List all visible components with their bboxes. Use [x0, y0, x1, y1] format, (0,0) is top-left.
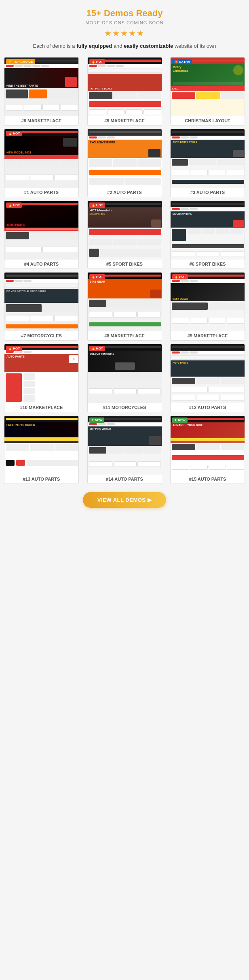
demo-label-11-motorcycles: #11 MOTORCYCLES [88, 403, 162, 412]
page-wrapper: 15+ Demos Ready MORE DESIGNS COMING SOON… [0, 0, 249, 520]
demo-item-5-sport-bikes[interactable]: 🔥 HOT HOT Mountain MOUNTAIN BIKE [87, 200, 162, 269]
demo-item-8-marketplace-1[interactable]: ⚡ TOP CHOICE FIND THE BEST PARTS [4, 57, 79, 126]
demo-item-15-auto-parts[interactable]: ✦ NEW ADVANCE YOUR RIDE [170, 415, 245, 484]
demo-item-6-sport-bikes[interactable]: MOUNTAIN BIKE [170, 200, 245, 269]
demo-item-9-marketplace-2[interactable]: 🔥 HOT BEST DEALS [170, 272, 245, 341]
demo-label-13-auto-parts: #13 AUTO PARTS [4, 475, 78, 484]
demo-label-15-auto-parts: #15 AUTO PARTS [171, 475, 245, 484]
demo-label-4-auto-parts: #4 AUTO PARTS [4, 260, 78, 268]
badge-new-17: ✦ NEW [89, 418, 105, 423]
header-subtitle: MORE DESIGNS COMING SOON [4, 20, 245, 25]
demo-item-11-motorcycles[interactable]: 🔥 HOT COLOUR YOUR BIKE [87, 344, 162, 412]
badge-hot-2: 🔥 HOT [89, 59, 105, 64]
badge-hot-11: 🔥 HOT [89, 274, 105, 279]
demo-item-1-auto-parts[interactable]: 🔥 HOT NEW MODEL 2023 [4, 129, 79, 197]
demo-item-8-marketplace-2[interactable]: 🔥 HOT BIKE GEAR [87, 272, 162, 341]
demo-item-14-auto-parts[interactable]: ✦ NEW SHIPPING WORLD [87, 415, 162, 484]
demo-label-10-marketplace: #10 MARKETPLACE [4, 403, 78, 412]
badge-hot-4: 🔥 HOT [6, 131, 22, 136]
badge-hot-7: 🔥 HOT [6, 202, 22, 208]
demo-label-3-auto-parts: #3 AUTO PARTS [171, 188, 245, 197]
demo-item-13-auto-parts[interactable]: FREE PARTS ORDER [4, 415, 79, 484]
badge-new-18: ✦ NEW [172, 418, 188, 423]
demo-item-3-auto-parts[interactable]: AUTO PARTS STORE [170, 129, 245, 197]
view-all-button[interactable]: VIEW ALL DEMOS ▶ [83, 492, 166, 508]
demo-item-7-motorcycles[interactable]: DO YOU GET YOUR FIRST ORDER [4, 272, 79, 341]
badge-hot-14: 🔥 HOT [89, 346, 105, 351]
badge-top-choice: ⚡ TOP CHOICE [6, 59, 35, 64]
demo-label-5-sport-bikes: #5 SPORT BIKES [88, 260, 162, 268]
badge-hot-13: 🔥 HOT [6, 346, 22, 351]
demo-item-christmas[interactable]: 🎁 EXTRA MerryChristmas SALE [170, 57, 245, 126]
demo-item-4-auto-parts[interactable]: 🔥 HOT AUTO PARTS [4, 200, 79, 269]
demo-label-9-marketplace-1: #9 MARKETPLACE [88, 116, 162, 125]
badge-hot-12: 🔥 HOT [172, 274, 188, 279]
demo-label-14-auto-parts: #14 AUTO PARTS [88, 475, 162, 484]
header-section: 15+ Demos Ready MORE DESIGNS COMING SOON… [4, 8, 245, 51]
demo-label-6-sport-bikes: #6 SPORT BIKES [171, 260, 245, 268]
demo-label-2-auto-parts: #2 AUTO PARTS [88, 188, 162, 197]
demo-label-12-auto-parts: #12 AUTO PARTS [171, 403, 245, 412]
demos-grid: ⚡ TOP CHOICE FIND THE BEST PARTS [4, 57, 245, 484]
star-rating: ★★★★★ [4, 28, 245, 38]
demo-item-10-marketplace[interactable]: 🔥 HOT AUTO PARTS $ [4, 344, 79, 412]
demo-label-christmas: CHRISTMAS LAYOUT [171, 116, 245, 125]
demo-item-9-marketplace-1[interactable]: 🔥 HOT HOT PARTS DEALS [87, 57, 162, 126]
demo-item-12-auto-parts[interactable]: AUTO PARTS [170, 344, 245, 412]
demo-label-9-marketplace-2: #9 MARKETPLACE [171, 331, 245, 340]
badge-hot-8: 🔥 HOT [89, 202, 105, 208]
demo-label-8-marketplace-2: #8 MARKETPLACE [88, 331, 162, 340]
demo-label-1-auto-parts: #1 AUTO PARTS [4, 188, 78, 197]
demo-label-7-motorcycles: #7 MOTORCYCLES [4, 331, 78, 340]
demo-item-2-auto-parts[interactable]: EXCLUSIVE BIKES [87, 129, 162, 197]
demo-label-8-marketplace-1: #8 MARKETPLACE [4, 116, 78, 125]
page-title: 15+ Demos Ready [4, 8, 245, 19]
badge-extra: 🎁 EXTRA [172, 59, 192, 64]
header-description: Each of demo is a fully equipped and eas… [4, 42, 245, 51]
